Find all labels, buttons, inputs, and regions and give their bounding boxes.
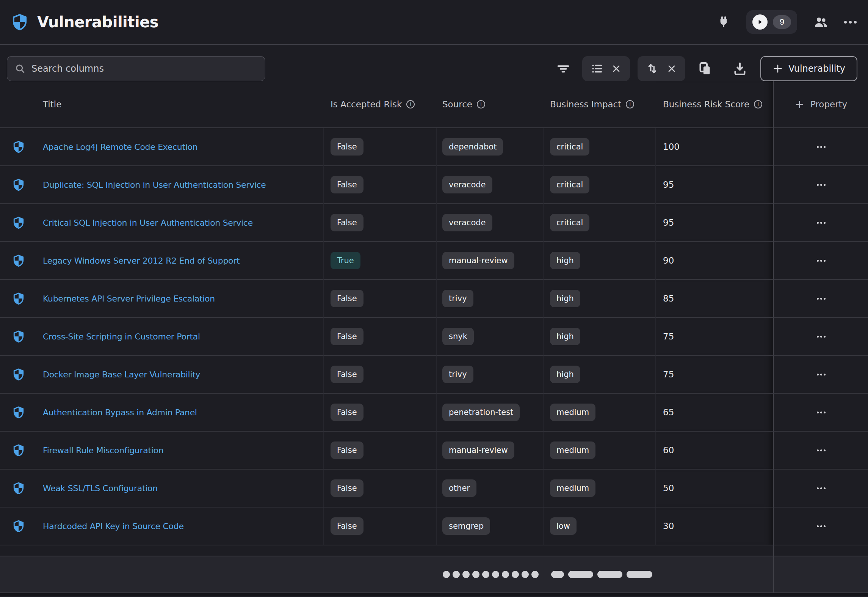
vulnerability-title-link[interactable]: Kubernetes API Server Privilege Escalati… xyxy=(43,294,215,303)
business-risk-score-value: 90 xyxy=(663,256,674,266)
plus-icon xyxy=(772,63,783,74)
business-impact-badge: critical xyxy=(550,138,589,156)
app-logo-shield-icon xyxy=(11,13,28,31)
top-bar: Vulnerabilities 9 xyxy=(0,0,868,45)
table-row: Kubernetes API Server Privilege Escalati… xyxy=(0,280,868,318)
row-menu-button[interactable] xyxy=(813,294,829,303)
source-badge: penetration-test xyxy=(442,404,520,421)
column-header-title[interactable]: Title xyxy=(37,81,323,127)
row-menu-button[interactable] xyxy=(813,142,829,152)
skeleton-dot xyxy=(522,571,529,578)
source-badge: other xyxy=(442,479,476,497)
column-header-business-risk-score[interactable]: Business Risk Scorei xyxy=(655,81,773,127)
skeleton-dot xyxy=(502,571,509,578)
table-footer xyxy=(0,556,868,593)
vulnerability-title-link[interactable]: Hardcoded API Key in Source Code xyxy=(43,522,184,531)
vulnerability-title-link[interactable]: Critical SQL Injection in User Authentic… xyxy=(43,218,253,228)
column-header-business-impact[interactable]: Business Impacti xyxy=(543,81,655,127)
play-icon xyxy=(752,14,768,30)
download-button[interactable] xyxy=(732,61,747,76)
vulnerability-title-link[interactable]: Cross-Site Scripting in Customer Portal xyxy=(43,332,200,341)
ellipsis-icon xyxy=(844,21,857,24)
table-row: Weak SSL/TLS Configuration False other m… xyxy=(0,470,868,507)
column-header-source[interactable]: Sourcei xyxy=(436,81,543,127)
integrations-button[interactable] xyxy=(717,15,730,29)
more-options-button[interactable] xyxy=(844,21,857,24)
vulnerability-title-link[interactable]: Apache Log4j Remote Code Execution xyxy=(43,142,197,152)
row-menu-button[interactable] xyxy=(813,484,829,493)
row-menu-button[interactable] xyxy=(813,332,829,341)
table-controls: Vulnerability xyxy=(0,45,868,81)
info-icon[interactable]: i xyxy=(477,100,485,108)
business-risk-score-value: 85 xyxy=(663,294,674,303)
table-gap-row xyxy=(0,545,868,556)
skeleton-dot xyxy=(453,571,460,578)
vulnerability-title-link[interactable]: Firewall Rule Misconfiguration xyxy=(43,446,163,455)
row-menu-button[interactable] xyxy=(813,256,829,266)
business-risk-score-value: 60 xyxy=(663,445,674,455)
vulnerability-title-link[interactable]: Weak SSL/TLS Configuration xyxy=(43,484,158,493)
skeleton-pill xyxy=(627,571,652,578)
table-header: Title Is Accepted Riski Sourcei Business… xyxy=(0,81,868,128)
add-vulnerability-button[interactable]: Vulnerability xyxy=(760,56,857,81)
business-impact-badge: high xyxy=(550,328,580,345)
info-icon[interactable]: i xyxy=(626,100,634,108)
table-body: Apache Log4j Remote Code Execution False… xyxy=(0,128,868,545)
business-risk-score-value: 50 xyxy=(663,483,674,493)
skeleton-pill xyxy=(597,571,622,578)
vulnerability-title-link[interactable]: Docker Image Base Layer Vulnerability xyxy=(43,370,200,379)
bottom-edge xyxy=(0,593,868,596)
row-menu-button[interactable] xyxy=(813,180,829,190)
vulnerability-title-link[interactable]: Authentication Bypass in Admin Panel xyxy=(43,408,197,417)
close-icon xyxy=(611,63,622,74)
sort-clear-button[interactable] xyxy=(638,56,685,81)
accepted-risk-badge: True xyxy=(331,252,360,269)
accepted-risk-badge: False xyxy=(331,328,363,345)
runs-button[interactable]: 9 xyxy=(746,10,797,34)
vulnerability-title-link[interactable]: Legacy Windows Server 2012 R2 End of Sup… xyxy=(43,256,240,266)
filter-icon xyxy=(556,61,571,76)
toolbar: Vulnerability xyxy=(556,56,857,81)
business-risk-score-value: 65 xyxy=(663,407,674,417)
grouping-clear-button[interactable] xyxy=(582,56,630,81)
accepted-risk-badge: False xyxy=(331,214,363,231)
search-input[interactable] xyxy=(31,63,257,74)
plus-icon: + xyxy=(795,99,804,110)
download-icon xyxy=(732,61,747,76)
vulnerability-shield-icon xyxy=(13,481,25,495)
accepted-risk-badge: False xyxy=(331,479,363,497)
info-icon[interactable]: i xyxy=(754,100,762,108)
table-row: Docker Image Base Layer Vulnerability Fa… xyxy=(0,356,868,394)
copy-icon xyxy=(697,61,713,76)
row-menu-button[interactable] xyxy=(813,446,829,455)
info-icon[interactable]: i xyxy=(406,100,415,108)
business-impact-badge: critical xyxy=(550,176,589,193)
skeleton-dot xyxy=(472,571,479,578)
source-badge: veracode xyxy=(442,176,492,193)
vulnerability-shield-icon xyxy=(13,443,25,457)
list-icon xyxy=(591,62,603,75)
skeleton-pill xyxy=(568,571,593,578)
business-impact-badge: medium xyxy=(550,441,595,459)
source-badge: snyk xyxy=(442,328,474,345)
table-row: Authentication Bypass in Admin Panel Fal… xyxy=(0,394,868,432)
skeleton-pill xyxy=(551,571,564,578)
source-badge: manual-review xyxy=(442,441,514,459)
accepted-risk-badge: False xyxy=(331,441,363,459)
business-impact-badge: high xyxy=(550,366,580,383)
copy-button[interactable] xyxy=(697,61,713,76)
sort-arrows-icon xyxy=(646,62,659,75)
row-menu-button[interactable] xyxy=(813,370,829,379)
source-badge: trivy xyxy=(442,290,473,307)
row-menu-button[interactable] xyxy=(813,218,829,228)
vulnerability-shield-icon xyxy=(13,330,25,343)
table-row: Hardcoded API Key in Source Code False s… xyxy=(0,507,868,545)
source-badge: trivy xyxy=(442,366,473,383)
vulnerability-title-link[interactable]: Duplicate: SQL Injection in User Authent… xyxy=(43,180,266,190)
users-button[interactable] xyxy=(813,15,828,29)
row-menu-button[interactable] xyxy=(813,522,829,531)
filter-button[interactable] xyxy=(556,61,571,76)
add-property-button[interactable]: + Property xyxy=(773,81,868,127)
row-menu-button[interactable] xyxy=(813,408,829,417)
column-header-accepted-risk[interactable]: Is Accepted Riski xyxy=(323,81,436,127)
